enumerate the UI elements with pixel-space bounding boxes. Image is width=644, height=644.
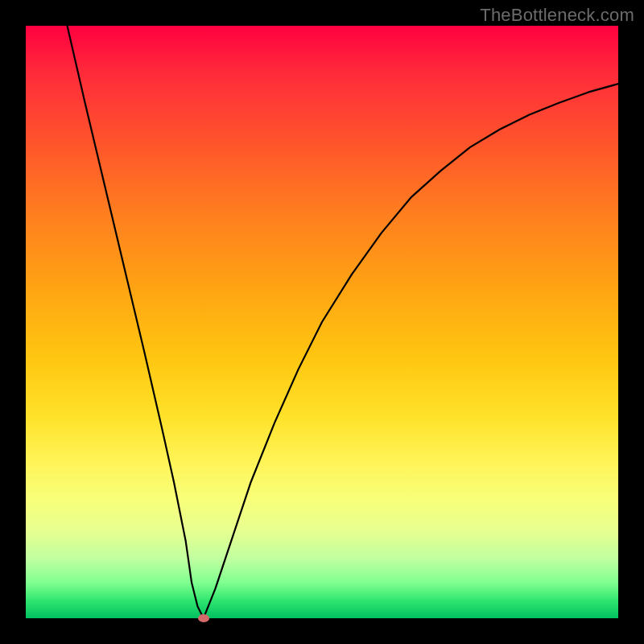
- curve-svg: [26, 26, 618, 618]
- plot-area: [26, 26, 618, 618]
- chart-frame: TheBottleneck.com: [0, 0, 644, 644]
- minimum-marker: [198, 614, 209, 622]
- bottleneck-curve: [68, 26, 618, 618]
- watermark-text: TheBottleneck.com: [480, 5, 634, 26]
